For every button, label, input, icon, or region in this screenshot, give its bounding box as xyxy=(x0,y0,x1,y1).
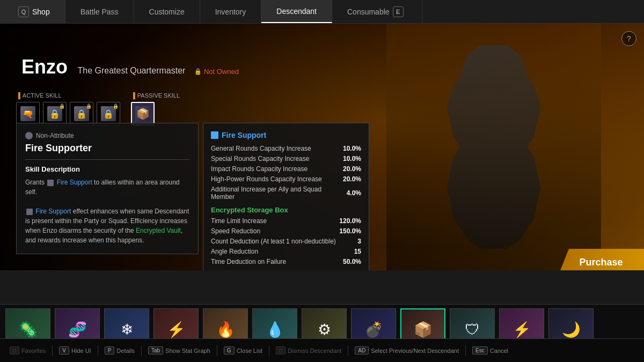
top-navigation: Q Shop Battle Pass Customize Inventory D… xyxy=(0,0,644,24)
stat-row-2: Special Rounds Capacity Increase 10.0% xyxy=(211,155,361,162)
status-close-list: G Close List xyxy=(219,346,267,354)
status-favorites: □ Favorites xyxy=(5,346,50,354)
status-bar: □ Favorites V Hide UI P Details Tab Show… xyxy=(0,338,644,362)
cancel-key: Esc xyxy=(472,346,488,354)
hero-figure xyxy=(386,24,601,270)
attribute-icon xyxy=(25,132,33,139)
fire-support-icon-inline xyxy=(47,180,54,186)
select-key-ad: AD xyxy=(355,346,369,354)
active-skill-3[interactable]: 🔒 🔒 xyxy=(70,102,93,125)
fire-support-link-1: Fire Support xyxy=(57,179,92,186)
status-dismiss: □ Dismiss Descendant xyxy=(272,346,346,354)
active-skill-1[interactable]: 🔫 xyxy=(16,102,40,125)
fire-support-icon xyxy=(211,131,218,139)
nav-tab-shop-label: Shop xyxy=(32,8,50,16)
nav-tab-battlepass[interactable]: Battle Pass xyxy=(65,0,134,23)
character-silhouette xyxy=(427,45,561,249)
status-details: P Details xyxy=(100,346,139,354)
fire-support-title: Fire Support xyxy=(211,131,361,139)
enc-stat-row-5: Time Deduction on Failure 50.0% xyxy=(211,258,361,265)
details-label: Details xyxy=(116,348,135,354)
nav-tab-customize-label: Customize xyxy=(149,8,185,16)
skill-detail-panel: Non-Attribute Fire Supporter Skill Descr… xyxy=(16,123,199,254)
purchase-button-partial[interactable]: Purchase xyxy=(558,249,644,270)
enc-stat-row-2: Speed Reduction 150.0% xyxy=(211,227,361,235)
hide-ui-key: V xyxy=(59,346,69,354)
not-owned-badge: Not Owned xyxy=(194,68,239,76)
stat-row-4: High-Power Rounds Capacity Increase 20.0… xyxy=(211,175,361,183)
details-key: P xyxy=(105,346,115,354)
attribute-label: Non-Attribute xyxy=(36,132,74,139)
hide-ui-label: Hide UI xyxy=(71,348,91,354)
cancel-label: Cancel xyxy=(490,348,508,354)
nav-tab-consumable-label: Consumable xyxy=(347,8,390,16)
header-info: Enzo The Greatest Quartermaster Not Owne… xyxy=(21,56,239,78)
nav-tab-inventory[interactable]: Inventory xyxy=(200,0,262,23)
fire-support-icon-2 xyxy=(26,209,33,215)
favorites-label: Favorites xyxy=(21,348,46,354)
nav-tab-customize[interactable]: Customize xyxy=(134,0,200,23)
favorites-key: □ xyxy=(10,346,19,354)
status-hide-ui: V Hide UI xyxy=(55,346,95,354)
nav-key-e: E xyxy=(393,6,404,17)
status-cancel: Esc Cancel xyxy=(468,346,513,354)
nav-tab-consumable[interactable]: Consumable E xyxy=(332,0,422,23)
stat-row-3: Impact Rounds Capacity Increase 20.0% xyxy=(211,165,361,173)
skills-section: Active Skill 🔫 🔒 🔒 🔒 🔒 🔒 🔒 xyxy=(16,92,180,125)
encrypted-title: Encrypted Storage Box xyxy=(211,206,361,214)
skill-name: Fire Supporter xyxy=(25,143,189,160)
stat-graph-label: Show Stat Graph xyxy=(165,348,210,354)
nav-tab-shop[interactable]: Q Shop xyxy=(0,0,65,23)
fire-support-link-2: Fire Support xyxy=(35,208,71,215)
dismiss-key: □ xyxy=(276,346,286,354)
enc-stat-row-3: Count Deduction (At least 1 non-deductib… xyxy=(211,238,361,245)
character-subtitle: The Greatest Quartermaster xyxy=(77,66,185,75)
status-select-prev-next: AD Select Previous/Next Descendant xyxy=(350,346,463,354)
character-name: Enzo xyxy=(21,56,68,78)
nav-tab-inventory-label: Inventory xyxy=(215,8,246,16)
nav-tab-battlepass-label: Battle Pass xyxy=(80,8,119,16)
dismiss-label: Dismiss Descendant xyxy=(288,348,341,354)
help-button[interactable]: ? xyxy=(621,31,636,46)
passive-skill-label: Passive Skill xyxy=(131,92,180,99)
close-list-key: G xyxy=(224,346,235,354)
skill-attribute: Non-Attribute xyxy=(25,132,189,139)
active-skill-group: Active Skill 🔫 🔒 🔒 🔒 🔒 🔒 🔒 xyxy=(16,92,120,125)
skill-desc-label: Skill Description xyxy=(25,165,189,173)
active-skill-icons: 🔫 🔒 🔒 🔒 🔒 🔒 🔒 xyxy=(16,102,120,125)
select-label: Select Previous/Next Descendant xyxy=(371,348,459,354)
stat-graph-key: Tab xyxy=(148,346,163,354)
nav-tab-descendant[interactable]: Descendant xyxy=(261,0,332,23)
purchase-label-partial: Purchase xyxy=(579,257,623,268)
passive-skill-group: Passive Skill 📦 xyxy=(131,92,180,125)
close-list-label: Close List xyxy=(237,348,262,354)
active-skill-4[interactable]: 🔒 🔒 xyxy=(97,102,120,125)
nav-tab-descendant-label: Descendant xyxy=(276,7,317,16)
status-stat-graph: Tab Show Stat Graph xyxy=(144,346,215,354)
stat-row-1: General Rounds Capacity Increase 10.0% xyxy=(211,145,361,152)
passive-skill-icons: 📦 xyxy=(131,102,180,125)
enc-stat-row-1: Time Limit Increase 120.0% xyxy=(211,217,361,225)
hero-area: ? Enzo The Greatest Quartermaster Not Ow… xyxy=(0,24,644,270)
stat-row-5: Additional Increase per Ally and Squad M… xyxy=(211,186,361,201)
active-skill-label: Active Skill xyxy=(16,92,120,99)
stat-panel: Fire Support General Rounds Capacity Inc… xyxy=(203,123,369,270)
skill-description: Grants Fire Support to allies within an … xyxy=(25,178,189,245)
passive-skill-1[interactable]: 📦 xyxy=(131,102,155,125)
encrypted-vault-link: Encrypted Vault xyxy=(136,227,181,234)
enc-stat-row-4: Angle Reduction 15 xyxy=(211,248,361,255)
active-skill-2[interactable]: 🔒 🔒 xyxy=(43,102,67,125)
nav-key-q: Q xyxy=(18,6,29,17)
